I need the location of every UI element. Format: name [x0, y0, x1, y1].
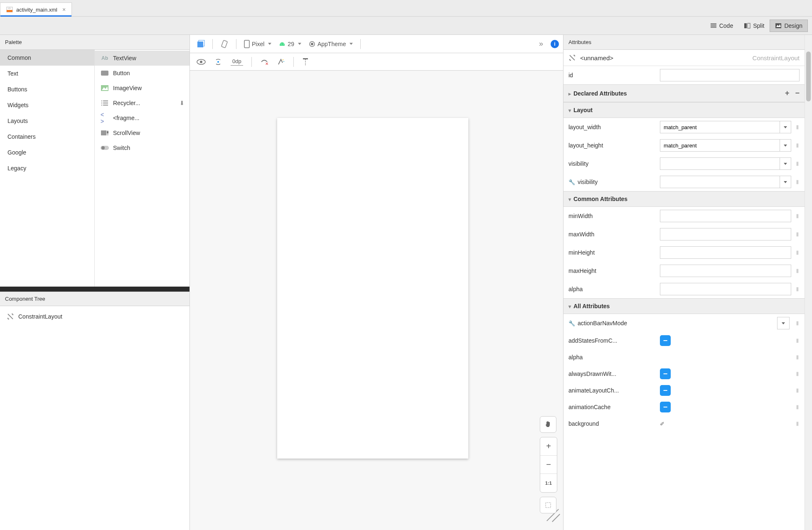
palette-item-switch[interactable]: Switch — [95, 140, 189, 155]
design-canvas[interactable]: + − 1:1 — [190, 71, 563, 530]
bool-toggle[interactable]: − — [660, 335, 671, 346]
constraint-toolbar: 0dp ✕ — [190, 53, 563, 71]
device-preview[interactable] — [277, 118, 468, 459]
tree-root-constraintlayout[interactable]: ConstraintLayout — [5, 310, 185, 323]
attr-flag[interactable]: ⦀ — [795, 404, 800, 411]
dropdown-arrow[interactable] — [777, 317, 790, 329]
minheight-input[interactable] — [660, 246, 791, 259]
phone-icon — [244, 40, 250, 48]
zoom-fit-button[interactable] — [540, 497, 556, 513]
add-attribute-button[interactable]: + — [785, 89, 790, 98]
attr-flag[interactable]: ⦀ — [795, 213, 800, 220]
palette-item-recyclerview[interactable]: Recycler... ⬇ — [95, 96, 189, 110]
guidelines-button[interactable] — [300, 56, 311, 68]
section-common-attributes[interactable]: Common Attributes — [563, 191, 805, 207]
attributes-scrollbar[interactable] — [805, 35, 812, 530]
attr-flag[interactable]: ⦀ — [795, 249, 800, 256]
attr-flag[interactable]: ⦀ — [795, 420, 800, 427]
attr-flag[interactable]: ⦀ — [795, 371, 800, 378]
download-icon[interactable]: ⬇ — [180, 100, 185, 106]
editor-tab[interactable]: </> activity_main.xml × — [0, 2, 72, 16]
bool-toggle[interactable]: − — [660, 385, 671, 396]
surface-selector[interactable] — [194, 38, 207, 50]
attr-flag[interactable]: ⦀ — [795, 231, 800, 238]
palette-items: Ab TextView Button ImageView Recycler...… — [95, 50, 189, 287]
palette-cat-google[interactable]: Google — [0, 145, 94, 160]
split-view-button[interactable]: Split — [738, 20, 770, 32]
attr-flag[interactable]: ⦀ — [795, 160, 800, 167]
dropdown-arrow[interactable] — [780, 139, 791, 152]
maxheight-input[interactable] — [660, 265, 791, 277]
palette-cat-text[interactable]: Text — [0, 66, 94, 81]
eyedropper-icon[interactable]: ✐ — [660, 421, 664, 427]
attr-flag[interactable]: ⦀ — [795, 267, 800, 275]
attr-animationcache: animationCache − ⦀ — [563, 399, 805, 415]
infer-constraints-button[interactable] — [274, 56, 288, 68]
palette-header: Palette — [0, 35, 189, 50]
view-mode-bar: Code Split Design — [0, 17, 812, 35]
palette-cat-layouts[interactable]: Layouts — [0, 113, 94, 129]
view-options-button[interactable] — [194, 57, 208, 66]
layout-height-input[interactable] — [660, 139, 780, 152]
palette-cat-widgets[interactable]: Widgets — [0, 97, 94, 113]
component-tree-header: Component Tree — [0, 292, 189, 306]
section-layout[interactable]: Layout — [563, 102, 805, 118]
attr-flag[interactable]: ⦀ — [795, 337, 800, 344]
design-view-button[interactable]: Design — [770, 20, 808, 32]
minwidth-input[interactable] — [660, 210, 791, 222]
bool-toggle[interactable]: − — [660, 402, 671, 412]
wrench-icon: 🔧 — [568, 179, 575, 185]
api-selector[interactable]: 29 — [276, 39, 304, 49]
close-tab-icon[interactable]: × — [62, 6, 66, 13]
palette-item-fragment[interactable]: < > <fragme... — [95, 110, 189, 125]
palette-item-imageview[interactable]: ImageView — [95, 81, 189, 96]
code-view-button[interactable]: Code — [705, 20, 738, 32]
palette-cat-containers[interactable]: Containers — [0, 129, 94, 145]
overflow-button[interactable]: » — [536, 38, 546, 50]
palette-item-scrollview[interactable]: ScrollView — [95, 125, 189, 140]
attr-flag[interactable]: ⦀ — [795, 354, 800, 361]
panel-divider[interactable] — [0, 287, 189, 292]
section-declared-attributes[interactable]: Declared Attributes +− — [563, 84, 805, 102]
svg-point-25 — [217, 61, 219, 63]
palette-item-button[interactable]: Button — [95, 66, 189, 81]
device-selector[interactable]: Pixel — [241, 38, 274, 50]
attr-flag[interactable]: ⦀ — [795, 179, 800, 186]
attr-flag[interactable]: ⦀ — [795, 387, 800, 394]
design-toolbar: Pixel 29 AppTheme » i — [190, 35, 563, 53]
info-badge[interactable]: i — [551, 40, 559, 48]
maxwidth-input[interactable] — [660, 228, 791, 240]
component-type-label: ConstraintLayout — [753, 54, 800, 61]
design-icon — [775, 22, 782, 29]
dropdown-arrow[interactable] — [780, 121, 791, 133]
alpha-input[interactable] — [660, 283, 791, 295]
zoom-in-button[interactable]: + — [540, 437, 557, 456]
attr-flag[interactable]: ⦀ — [795, 124, 800, 131]
dropdown-arrow[interactable] — [780, 176, 791, 188]
clear-constraints-button[interactable]: ✕ — [258, 56, 271, 68]
palette-cat-legacy[interactable]: Legacy — [0, 160, 94, 176]
dropdown-arrow[interactable] — [780, 157, 791, 170]
zoom-out-button[interactable]: − — [540, 456, 557, 474]
pan-button[interactable] — [540, 416, 556, 433]
attr-flag[interactable]: ⦀ — [795, 142, 800, 149]
bool-toggle[interactable]: − — [660, 368, 671, 379]
id-input[interactable] — [660, 69, 800, 81]
section-all-attributes[interactable]: All Attributes — [563, 298, 805, 314]
autoconnect-button[interactable] — [212, 56, 225, 68]
palette-item-textview[interactable]: Ab TextView — [95, 51, 189, 66]
visibility-input[interactable] — [660, 157, 780, 170]
layout-width-input[interactable] — [660, 121, 780, 133]
palette-cat-buttons[interactable]: Buttons — [0, 81, 94, 97]
zoom-reset-button[interactable]: 1:1 — [540, 474, 557, 492]
attr-flag[interactable]: ⦀ — [795, 320, 800, 327]
default-margin[interactable]: 0dp — [228, 56, 246, 67]
svg-rect-15 — [197, 42, 203, 47]
theme-selector[interactable]: AppTheme — [306, 39, 355, 49]
remove-attribute-button[interactable]: − — [795, 89, 800, 98]
attr-flag[interactable]: ⦀ — [795, 286, 800, 293]
tools-visibility-input[interactable] — [660, 176, 780, 188]
palette-cat-common[interactable]: Common — [0, 50, 94, 66]
orientation-button[interactable] — [218, 38, 231, 50]
attr-maxwidth: maxWidth ⦀ — [563, 225, 805, 243]
